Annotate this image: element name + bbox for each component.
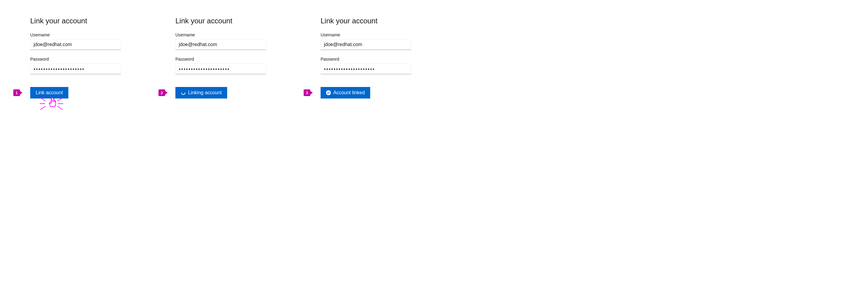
link-account-button[interactable]: Linking account bbox=[176, 87, 227, 99]
svg-line-1 bbox=[40, 106, 45, 109]
panel-title: Link your account bbox=[176, 17, 266, 25]
check-circle-icon bbox=[326, 90, 331, 95]
step-badge-1: 1 bbox=[13, 89, 20, 96]
username-label: Username bbox=[30, 32, 121, 37]
password-label: Password bbox=[30, 57, 121, 61]
button-label: Linking account bbox=[188, 90, 222, 96]
step-badge-2: 2 bbox=[158, 89, 165, 96]
password-label: Password bbox=[176, 57, 266, 61]
password-input[interactable]: ●●●●●●●●●●●●●●●●●●●●● bbox=[320, 63, 411, 74]
link-account-button[interactable]: Link account bbox=[30, 87, 68, 99]
username-input[interactable]: jdoe@redhat.com bbox=[30, 39, 121, 50]
svg-point-6 bbox=[182, 91, 185, 94]
panel-title: Link your account bbox=[320, 17, 411, 25]
panel-title: Link your account bbox=[30, 17, 121, 25]
username-label: Username bbox=[320, 32, 411, 37]
link-account-button[interactable]: Account linked bbox=[320, 87, 370, 99]
password-input[interactable]: ●●●●●●●●●●●●●●●●●●●●● bbox=[30, 63, 121, 74]
password-label: Password bbox=[320, 57, 411, 61]
username-input[interactable]: jdoe@redhat.com bbox=[176, 39, 266, 50]
svg-line-3 bbox=[58, 106, 62, 109]
link-account-panel-1: Link your account Username jdoe@redhat.c… bbox=[30, 17, 121, 99]
link-account-panel-2: Link your account Username jdoe@redhat.c… bbox=[176, 17, 266, 99]
step-badge-3: 3 bbox=[304, 89, 310, 96]
username-input[interactable]: jdoe@redhat.com bbox=[320, 39, 411, 50]
spinner-icon bbox=[181, 90, 186, 95]
link-account-panel-3: Link your account Username jdoe@redhat.c… bbox=[320, 17, 411, 99]
username-label: Username bbox=[176, 32, 266, 37]
password-input[interactable]: ●●●●●●●●●●●●●●●●●●●●● bbox=[176, 63, 266, 74]
button-label: Link account bbox=[36, 90, 63, 96]
button-label: Account linked bbox=[333, 90, 365, 96]
